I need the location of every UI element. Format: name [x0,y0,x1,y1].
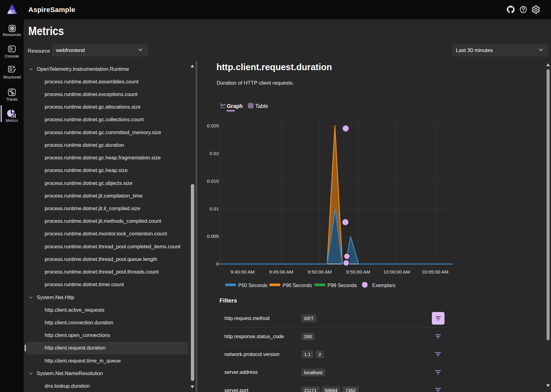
svg-text:10:00:00 AM: 10:00:00 AM [383,269,410,274]
svg-text:P50 Seconds: P50 Seconds [238,283,267,288]
svg-text:0.005: 0.005 [207,234,219,239]
svg-text:0.025: 0.025 [207,123,219,128]
svg-text:9:50:00 AM: 9:50:00 AM [308,269,332,274]
svg-text:0.02: 0.02 [210,151,219,156]
svg-text:9:55:00 AM: 9:55:00 AM [346,269,370,274]
svg-text:0.015: 0.015 [207,178,219,184]
svg-text:P99 Seconds: P99 Seconds [328,283,357,288]
svg-text:P90 Seconds: P90 Seconds [283,283,312,288]
svg-text:0: 0 [216,261,219,266]
svg-text:10:05:00 AM: 10:05:00 AM [422,269,448,274]
svg-text:9:45:00 AM: 9:45:00 AM [269,269,293,274]
svg-text:9:40:00 AM: 9:40:00 AM [231,269,255,274]
svg-text:Exemplars: Exemplars [372,283,396,288]
svg-text:0.01: 0.01 [210,206,219,211]
